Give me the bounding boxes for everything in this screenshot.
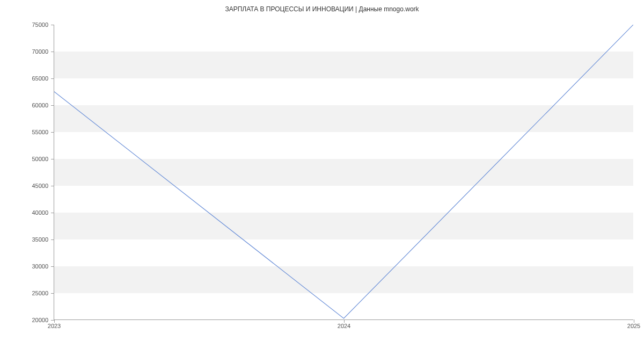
y-tick-mark: [51, 78, 54, 79]
grid-band: [54, 213, 633, 239]
x-tick-label: 2024: [338, 323, 350, 329]
grid-band: [54, 52, 633, 78]
y-tick-label: 65000: [32, 75, 48, 82]
y-tick-mark: [51, 52, 54, 52]
y-tick-mark: [51, 105, 54, 106]
y-tick-label: 20000: [32, 317, 48, 323]
y-tick-label: 25000: [32, 290, 48, 296]
chart-title: ЗАРПЛАТА В ПРОЦЕССЫ И ИННОВАЦИИ | Данные…: [0, 0, 644, 13]
y-tick-label: 30000: [32, 263, 48, 270]
y-tick-mark: [51, 213, 54, 213]
y-tick-label: 60000: [32, 102, 48, 108]
y-tick-label: 35000: [32, 236, 48, 243]
grid-band: [54, 159, 633, 186]
grid-band: [54, 266, 633, 293]
x-tick-label: 2023: [48, 323, 61, 329]
y-tick-label: 75000: [32, 21, 48, 28]
x-tick-mark: [54, 319, 55, 323]
y-tick-label: 55000: [32, 129, 48, 135]
y-tick-label: 50000: [32, 156, 48, 162]
y-tick-mark: [51, 132, 54, 133]
chart-container: 2000025000300003500040000450005000055000…: [54, 25, 633, 320]
x-tick-mark: [634, 319, 634, 323]
y-tick-label: 70000: [32, 48, 48, 55]
y-tick-mark: [51, 239, 54, 240]
x-tick-label: 2025: [627, 323, 640, 329]
y-tick-mark: [51, 159, 54, 159]
y-tick-mark: [51, 25, 54, 25]
y-tick-label: 40000: [32, 209, 48, 216]
y-tick-mark: [51, 293, 54, 294]
y-tick-mark: [51, 266, 54, 267]
x-tick-mark: [344, 319, 345, 323]
plot-area: 2000025000300003500040000450005000055000…: [54, 25, 633, 320]
grid-band: [54, 105, 633, 132]
y-tick-mark: [51, 186, 54, 186]
y-tick-label: 45000: [32, 183, 48, 189]
